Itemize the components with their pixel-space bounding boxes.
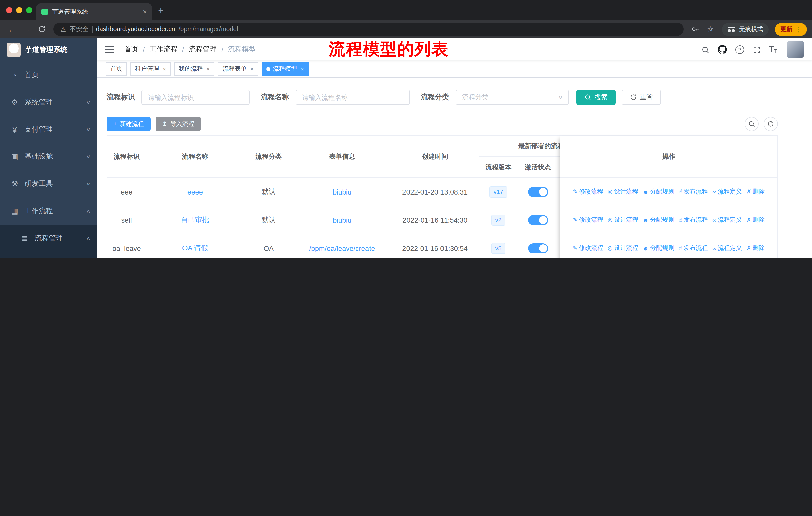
process-name-link[interactable]: 自己审批	[181, 215, 209, 224]
process-name-input[interactable]	[295, 90, 410, 105]
tag-process-form[interactable]: 流程表单 ×	[218, 62, 258, 75]
modify-process-link[interactable]: ✎修改流程	[573, 187, 603, 196]
create-process-button[interactable]: + 新建流程	[107, 117, 150, 131]
delete-process-link[interactable]: ✗删除	[747, 244, 765, 252]
new-tab-button[interactable]: +	[158, 5, 163, 16]
form-info-link[interactable]: biubiu	[333, 216, 352, 224]
action-label: 设计流程	[614, 244, 638, 252]
assign-rule-link[interactable]: ☻分配规则	[643, 216, 674, 224]
reload-button[interactable]	[35, 23, 48, 36]
back-button[interactable]: ←	[5, 23, 18, 36]
filter-name-label: 流程名称	[261, 93, 289, 102]
forward-button[interactable]: →	[20, 23, 33, 36]
active-toggle[interactable]	[528, 243, 548, 253]
version-badge: v17	[490, 186, 508, 197]
sidebar-item-infra[interactable]: ▣ 基础设施 ∨	[0, 143, 97, 170]
filter-id-label: 流程标识	[107, 93, 135, 102]
search-icon[interactable]	[701, 45, 709, 54]
address-bar[interactable]: ⚠ 不安全 dashboard.yudao.iocoder.cn /bpm/ma…	[53, 23, 684, 36]
action-label: 流程定义	[718, 244, 742, 252]
security-warning-icon: ⚠	[60, 25, 66, 33]
process-definition-link[interactable]: ∞流程定义	[712, 244, 742, 252]
user-avatar[interactable]	[787, 41, 804, 58]
font-size-glyph: T	[769, 45, 774, 54]
url-path: /bpm/manager/model	[179, 26, 238, 33]
form-info-link[interactable]: biubiu	[333, 188, 352, 196]
delete-process-link[interactable]: ✗删除	[747, 216, 765, 224]
security-label[interactable]: 不安全	[69, 25, 88, 33]
action-label: 分配规则	[650, 244, 674, 252]
browser-tab[interactable]: 芋道管理系统 ×	[36, 3, 152, 20]
cell-version: v5	[479, 234, 518, 258]
active-toggle[interactable]	[528, 187, 548, 197]
tab-close-icon[interactable]: ×	[143, 7, 147, 16]
sidebar-item-system[interactable]: ⚙ 系统管理 ∨	[0, 89, 97, 116]
close-window-button[interactable]	[6, 7, 12, 13]
process-definition-link[interactable]: ∞流程定义	[712, 216, 742, 224]
sidebar-item-pay[interactable]: ¥ 支付管理 ∨	[0, 116, 97, 143]
assign-rule-link[interactable]: ☻分配规则	[643, 187, 674, 196]
version-badge: v5	[491, 243, 505, 254]
row-actions: ✎修改流程 ◎设计流程 ☻分配规则 ☝发布流程 ∞流程定义 ✗删除	[560, 206, 777, 234]
tag-close-icon[interactable]: ×	[300, 65, 304, 72]
cell-version: v17	[479, 178, 518, 206]
tag-process-model[interactable]: 流程模型 ×	[262, 62, 309, 75]
sidebar-item-home[interactable]: ◔ 首页	[0, 61, 97, 89]
tag-close-icon[interactable]: ×	[250, 65, 254, 72]
browser-tab-strip: 芋道管理系统 × +	[0, 0, 812, 20]
password-key-icon[interactable]	[689, 23, 702, 36]
import-process-button[interactable]: ↥ 导入流程	[155, 117, 201, 131]
github-icon[interactable]	[718, 45, 727, 54]
update-chrome-button[interactable]: 更新 ⋮	[775, 23, 807, 35]
sidebar-item-workflow[interactable]: ▦ 工作流程 ∧	[0, 197, 97, 225]
tag-home[interactable]: 首页	[106, 62, 127, 75]
refresh-table-button[interactable]	[764, 117, 778, 131]
process-id-input[interactable]	[141, 90, 250, 105]
publish-process-link[interactable]: ☝发布流程	[679, 187, 708, 196]
help-icon[interactable]: ?	[735, 45, 744, 54]
cell-process-name: OA 请假	[146, 234, 244, 258]
fullscreen-icon[interactable]	[753, 45, 761, 54]
sidebar-item-process-form[interactable]: ▤ 流程表单	[0, 251, 97, 258]
bookmark-star-icon[interactable]: ☆	[704, 23, 717, 36]
process-name-link[interactable]: OA 请假	[182, 244, 208, 253]
breadcrumb-item-workflow[interactable]: 工作流程	[149, 45, 178, 54]
browser-menu-dots-icon[interactable]: ⋮	[795, 25, 802, 33]
font-size-icon[interactable]: TT	[769, 45, 777, 54]
tag-tenant-management[interactable]: 租户管理 ×	[130, 62, 171, 75]
breadcrumb-item-home[interactable]: 首页	[124, 45, 139, 54]
process-name-link[interactable]: eeee	[187, 188, 203, 196]
action-label: 分配规则	[650, 216, 674, 224]
sidebar-item-dev-tools[interactable]: ⚒ 研发工具 ∨	[0, 170, 97, 197]
fullscreen-window-button[interactable]	[26, 7, 32, 13]
sidebar-item-process-management[interactable]: ≣ 流程管理 ∧	[0, 225, 97, 251]
dashboard-icon: ◔	[10, 71, 19, 79]
collapse-sidebar-icon[interactable]	[105, 49, 114, 50]
search-button[interactable]: 搜索	[576, 90, 616, 105]
tag-close-icon[interactable]: ×	[206, 65, 210, 72]
form-info-link[interactable]: /bpm/oa/leave/create	[309, 244, 375, 252]
col-header-process-name: 流程名称	[146, 136, 244, 178]
tag-my-process[interactable]: 我的流程 ×	[174, 62, 214, 75]
cell-status	[518, 206, 558, 234]
publish-process-link[interactable]: ☝发布流程	[679, 244, 708, 252]
toggle-search-button[interactable]	[745, 117, 759, 131]
process-category-select[interactable]: 流程分类 ∨	[456, 90, 569, 105]
modify-process-link[interactable]: ✎修改流程	[573, 244, 603, 252]
modify-process-link[interactable]: ✎修改流程	[573, 216, 603, 224]
tag-close-icon[interactable]: ×	[163, 65, 166, 72]
minimize-window-button[interactable]	[16, 7, 22, 13]
table-row: oa_leave OA 请假 OA /bpm/oa/leave/create 2…	[107, 234, 616, 258]
design-process-link[interactable]: ◎设计流程	[608, 244, 638, 252]
design-process-link[interactable]: ◎设计流程	[608, 216, 638, 224]
publish-process-link[interactable]: ☝发布流程	[679, 216, 708, 224]
action-label: 分配规则	[650, 187, 674, 196]
assign-rule-link[interactable]: ☻分配规则	[643, 244, 674, 252]
active-toggle[interactable]	[528, 215, 548, 225]
breadcrumb-item-process-management[interactable]: 流程管理	[189, 45, 217, 54]
url-host: dashboard.yudao.iocoder.cn	[96, 26, 175, 33]
delete-process-link[interactable]: ✗删除	[747, 187, 765, 196]
process-definition-link[interactable]: ∞流程定义	[712, 187, 742, 196]
design-process-link[interactable]: ◎设计流程	[608, 187, 638, 196]
reset-button[interactable]: 重置	[622, 90, 661, 105]
